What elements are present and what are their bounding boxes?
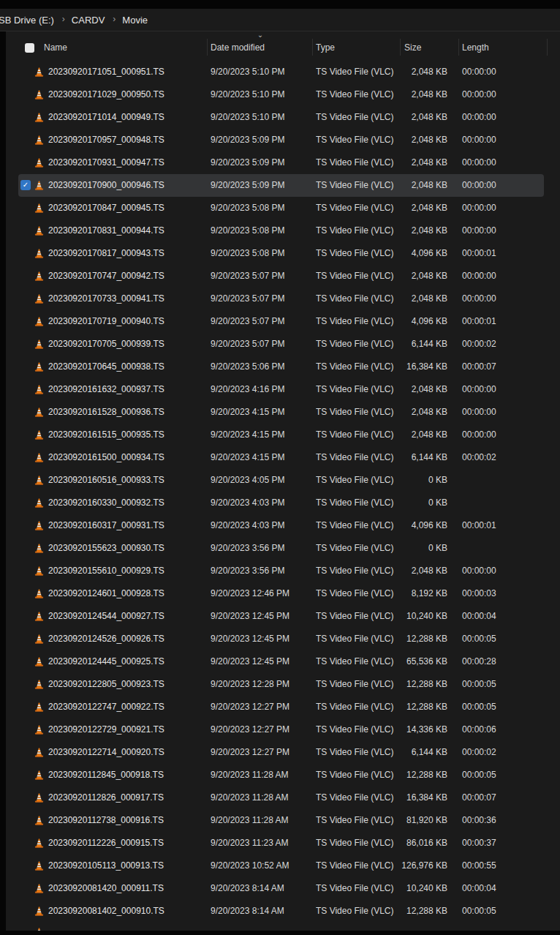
file-row[interactable]: 20230920161500_000934.TS 9/20/2023 4:15 … [18, 446, 544, 469]
file-row[interactable]: 20230920160516_000933.TS 9/20/2023 4:05 … [18, 469, 544, 492]
file-row[interactable]: 20230920170645_000938.TS 9/20/2023 5:06 … [18, 356, 544, 378]
column-separator[interactable] [458, 39, 459, 56]
file-size: 4,096 KB [382, 310, 447, 333]
vlc-cone-icon [34, 339, 45, 350]
file-size: 2,048 KB [382, 560, 447, 582]
file-row[interactable]: 20230920160330_000932.TS 9/20/2023 4:03 … [18, 492, 544, 514]
file-size: 12,288 KB [382, 673, 447, 696]
vlc-cone-icon [34, 883, 45, 894]
file-row[interactable]: 20230920170847_000945.TS 9/20/2023 5:08 … [18, 197, 544, 219]
file-name: 20230920171051_000951.TS [48, 61, 205, 83]
file-date-modified: 9/20/2023 11:28 AM [211, 786, 313, 809]
file-name: 20230920170817_000943.TS [48, 242, 205, 265]
row-checkbox[interactable]: ✓ [20, 180, 31, 190]
file-row[interactable]: 20230920124544_000927.TS 9/20/2023 12:45… [18, 605, 544, 628]
vlc-cone-icon [34, 543, 45, 554]
select-all-checkbox[interactable] [25, 43, 34, 53]
column-header-type[interactable]: Type [316, 34, 335, 60]
file-date-modified: 9/20/2023 5:08 PM [211, 242, 313, 265]
file-name: 20230920160317_000931.TS [48, 514, 205, 537]
file-row[interactable]: 20230920155610_000929.TS 9/20/2023 3:56 … [18, 560, 544, 582]
column-header-date-modified[interactable]: Date modified [211, 34, 265, 60]
file-size: 4,096 KB [382, 514, 447, 537]
file-row[interactable]: 20230920105113_000913.TS 9/20/2023 10:52… [18, 855, 544, 877]
breadcrumb-item-movie[interactable]: Movie [122, 15, 148, 26]
file-list: 20230920171051_000951.TS 9/20/2023 5:10 … [0, 61, 560, 935]
file-length [462, 469, 513, 492]
file-row[interactable]: 20230920170733_000941.TS 9/20/2023 5:07 … [18, 288, 544, 310]
column-header-size[interactable]: Size [404, 34, 421, 60]
file-date-modified: 9/20/2023 4:16 PM [211, 378, 313, 401]
file-date-modified: 9/20/2023 12:45 PM [211, 628, 313, 650]
vlc-cone-icon [34, 588, 45, 599]
file-row[interactable]: 20230920155623_000930.TS 9/20/2023 3:56 … [18, 537, 544, 560]
file-length: 00:00:05 [462, 900, 513, 923]
vlc-cone-icon [34, 497, 45, 508]
file-row[interactable]: 20230920122805_000923.TS 9/20/2023 12:28… [18, 673, 544, 696]
file-size: 65,536 KB [382, 650, 447, 673]
file-name: 20230920170847_000945.TS [48, 197, 205, 219]
window-title-bar [0, 0, 560, 9]
file-row[interactable]: 20230920122729_000921.TS 9/20/2023 12:27… [18, 718, 544, 741]
file-row[interactable]: 20230920170705_000939.TS 9/20/2023 5:07 … [18, 333, 544, 356]
file-date-modified: 9/20/2023 12:46 PM [211, 582, 313, 605]
file-row[interactable]: 20230920124445_000925.TS 9/20/2023 12:45… [18, 650, 544, 673]
column-separator[interactable] [400, 39, 401, 56]
file-name: 20230920170705_000939.TS [48, 333, 205, 356]
chevron-right-icon: › [62, 14, 65, 24]
column-header-name[interactable]: Name [44, 34, 67, 60]
file-row[interactable]: 20230920160317_000931.TS 9/20/2023 4:03 … [18, 514, 544, 537]
file-row[interactable]: 20230920170957_000948.TS 9/20/2023 5:09 … [18, 129, 544, 151]
file-name: 20230920170733_000941.TS [48, 288, 205, 310]
breadcrumb-item-drive[interactable]: SB Drive (E:) [0, 15, 54, 26]
file-row[interactable]: 20230920170831_000944.TS 9/20/2023 5:08 … [18, 219, 544, 242]
file-date-modified: 9/20/2023 4:15 PM [211, 401, 313, 424]
vlc-cone-icon [34, 67, 45, 78]
file-date-modified: 9/20/2023 5:10 PM [211, 106, 313, 129]
file-row[interactable]: 20230920170931_000947.TS 9/20/2023 5:09 … [18, 151, 544, 174]
file-row[interactable]: 20230920170719_000940.TS 9/20/2023 5:07 … [18, 310, 544, 333]
file-name: 20230920122805_000923.TS [48, 673, 205, 696]
column-separator[interactable] [547, 39, 548, 56]
vlc-cone-icon [34, 656, 45, 667]
file-size: 12,288 KB [382, 628, 447, 650]
file-name: 20230920105113_000913.TS [48, 855, 205, 877]
file-row[interactable]: 20230920161515_000935.TS 9/20/2023 4:15 … [18, 424, 544, 446]
file-row[interactable]: 20230920171014_000949.TS 9/20/2023 5:10 … [18, 106, 544, 129]
file-length: 00:00:00 [462, 288, 513, 310]
file-size: 2,048 KB [382, 129, 447, 151]
vlc-cone-icon [34, 361, 45, 372]
file-length: 00:00:03 [462, 582, 513, 605]
breadcrumb-divider [0, 31, 560, 31]
file-name: 20230920161515_000935.TS [48, 424, 205, 446]
column-separator[interactable] [207, 39, 208, 56]
file-row[interactable]: 20230920170817_000943.TS 9/20/2023 5:08 … [18, 242, 544, 265]
file-row[interactable]: 20230920122747_000922.TS 9/20/2023 12:27… [18, 696, 544, 718]
file-row[interactable]: 20230920081402_000910.TS 9/20/2023 8:14 … [18, 900, 544, 923]
column-header-length[interactable]: Length [462, 34, 489, 60]
column-separator[interactable] [312, 39, 313, 56]
file-row[interactable]: 20230920112738_000916.TS 9/20/2023 11:28… [18, 809, 544, 832]
file-size: 0 KB [382, 492, 447, 514]
file-row[interactable]: 20230920112845_000918.TS 9/20/2023 11:28… [18, 764, 544, 786]
file-size: 10,240 KB [382, 605, 447, 628]
vlc-cone-icon [34, 135, 45, 146]
file-row[interactable]: 20230920112226_000915.TS 9/20/2023 11:23… [18, 832, 544, 855]
breadcrumb-item-cardv[interactable]: CARDV [72, 15, 105, 26]
file-row[interactable]: 20230920124526_000926.TS 9/20/2023 12:45… [18, 628, 544, 650]
file-row[interactable]: 20230920171029_000950.TS 9/20/2023 5:10 … [18, 83, 544, 106]
file-name: 20230920171014_000949.TS [48, 106, 205, 129]
file-length: 00:00:06 [462, 718, 513, 741]
file-row[interactable]: 20230920122714_000920.TS 9/20/2023 12:27… [18, 741, 544, 764]
file-row[interactable]: 20230920171051_000951.TS 9/20/2023 5:10 … [18, 61, 544, 83]
file-name: 20230920112826_000917.TS [48, 786, 205, 809]
file-row[interactable]: 20230920161528_000936.TS 9/20/2023 4:15 … [18, 401, 544, 424]
file-size: 2,048 KB [382, 151, 447, 174]
file-row[interactable]: 20230920112826_000917.TS 9/20/2023 11:28… [18, 786, 544, 809]
file-row[interactable]: 20230920170747_000942.TS 9/20/2023 5:07 … [18, 265, 544, 288]
file-row[interactable]: 20230920161632_000937.TS 9/20/2023 4:16 … [18, 378, 544, 401]
file-row[interactable]: 20230920081420_000911.TS 9/20/2023 8:14 … [18, 877, 544, 900]
file-row[interactable]: ✓ 20230920170900_000946.TS 9/20/2023 5:0… [18, 174, 544, 197]
file-row[interactable]: 20230920124601_000928.TS 9/20/2023 12:46… [18, 582, 544, 605]
file-length: 00:00:05 [462, 696, 513, 718]
